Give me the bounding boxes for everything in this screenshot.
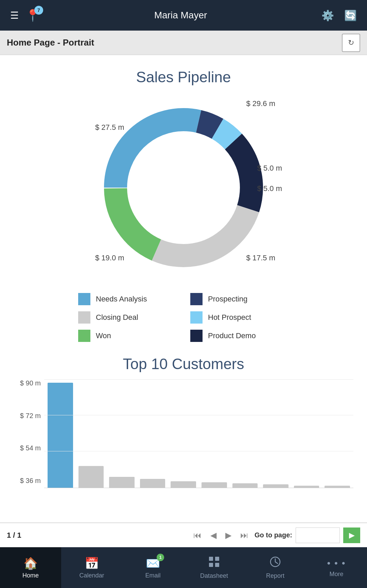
bar-10 [325, 486, 350, 488]
legend-item-product-demo: Product Demo [190, 330, 289, 342]
legend-label-needs-analysis: Needs Analysis [96, 295, 147, 304]
bar-9 [294, 486, 319, 488]
donut-chart-wrapper: $ 29.6 m $ 27.5 m $ 5.0 m $ 5.0 m $ 17.5… [31, 92, 336, 283]
header-right: ⚙️ 🔄 [321, 10, 357, 21]
legend-item-won: Won [78, 330, 177, 342]
last-page-button[interactable]: ⏭ [238, 529, 251, 541]
customers-title: Top 10 Customers [7, 356, 360, 373]
calendar-icon: 📅 [85, 556, 99, 570]
label-bottom-left: $ 19.0 m [95, 254, 124, 262]
nav-home-label: Home [22, 572, 39, 579]
legend-color-prospecting [190, 293, 203, 305]
main-content: Sales Pipeline [0, 55, 367, 522]
label-top-left: $ 27.5 m [95, 123, 124, 132]
nav-more[interactable]: • • • More [306, 547, 367, 588]
legend-item-prospecting: Prospecting [190, 293, 289, 305]
bar-6 [202, 482, 227, 488]
grid-line-1 [44, 379, 353, 380]
bar-7 [232, 483, 258, 488]
more-icon: • • • [327, 558, 346, 569]
notification-badge[interactable]: 📍 7 [25, 8, 40, 22]
svg-rect-3 [215, 563, 219, 567]
donut-chart-container: $ 29.6 m $ 27.5 m $ 5.0 m $ 5.0 m $ 17.5… [88, 92, 279, 283]
header-left: ☰ 📍 7 [10, 8, 40, 22]
bars-grid-area [44, 379, 353, 488]
bar-1 [48, 383, 73, 488]
legend-item-needs-analysis: Needs Analysis [78, 293, 177, 305]
y-label-54: $ 54 m [14, 444, 41, 452]
svg-rect-2 [209, 563, 213, 567]
nav-calendar[interactable]: 📅 Calendar [61, 547, 122, 588]
bar-chart-inner: $ 90 m $ 72 m $ 54 m $ 36 m [14, 379, 353, 488]
label-top-right: $ 29.6 m [246, 99, 275, 108]
bar-2 [78, 466, 104, 488]
email-badge-count: 1 [157, 554, 164, 561]
first-page-button[interactable]: ⏮ [191, 529, 204, 541]
report-icon [269, 556, 281, 570]
legend-color-hot-prospect [190, 311, 203, 324]
hamburger-icon[interactable]: ☰ [10, 10, 19, 21]
legend-color-needs-analysis [78, 293, 90, 305]
prev-page-button[interactable]: ◀ [208, 529, 219, 541]
bar-5 [171, 481, 196, 488]
nav-datasheet-label: Datasheet [200, 572, 228, 580]
svg-rect-1 [215, 557, 219, 561]
datasheet-icon [208, 556, 220, 570]
label-mid-right-1: $ 5.0 m [257, 164, 282, 173]
top-customers-section: Top 10 Customers $ 90 m $ 72 m $ 54 m $ … [0, 356, 367, 488]
chart-legend: Needs Analysis Prospecting Closing Deal … [65, 293, 302, 342]
legend-label-hot-prospect: Hot Prospect [208, 313, 251, 322]
top-header: ☰ 📍 7 Maria Mayer ⚙️ 🔄 [0, 0, 367, 31]
legend-color-closing-deal [78, 311, 90, 324]
nav-home[interactable]: 🏠 Home [0, 547, 61, 588]
legend-label-product-demo: Product Demo [208, 331, 256, 340]
bars-group [44, 379, 353, 488]
legend-item-hot-prospect: Hot Prospect [190, 311, 289, 324]
y-label-36: $ 36 m [14, 477, 41, 485]
grid-line-3 [44, 451, 353, 451]
page-title: Home Page - Portrait [7, 37, 94, 48]
page-title-bar: Home Page - Portrait ↻ [0, 31, 367, 55]
grid-line-2 [44, 415, 353, 415]
y-label-90: $ 90 m [14, 379, 41, 387]
label-bottom-right: $ 17.5 m [246, 254, 275, 262]
goto-input[interactable] [296, 528, 340, 543]
bar-4 [140, 479, 165, 488]
refresh-icon[interactable]: 🔄 [344, 10, 357, 21]
legend-item-closing-deal: Closing Deal [78, 311, 177, 324]
bar-8 [263, 484, 289, 488]
label-mid-right-2: $ 5.0 m [257, 184, 282, 193]
y-label-72: $ 72 m [14, 412, 41, 420]
nav-email-badge-wrapper: ✉️ 1 [146, 556, 160, 570]
legend-label-won: Won [96, 331, 111, 340]
legend-color-product-demo [190, 330, 203, 342]
legend-label-closing-deal: Closing Deal [96, 313, 138, 322]
legend-label-prospecting: Prospecting [208, 295, 247, 304]
nav-email[interactable]: ✉️ 1 Email [122, 547, 184, 588]
pagination-bar: 1 / 1 ⏮ ◀ ▶ ⏭ Go to page: ▶ [0, 523, 367, 547]
bar-3 [109, 477, 135, 488]
svg-rect-0 [209, 557, 213, 561]
y-axis: $ 90 m $ 72 m $ 54 m $ 36 m [14, 379, 44, 488]
nav-email-label: Email [145, 572, 160, 579]
page-info: 1 / 1 [7, 531, 21, 540]
goto-button[interactable]: ▶ [343, 528, 360, 543]
nav-datasheet[interactable]: Datasheet [184, 547, 245, 588]
nav-more-label: More [329, 571, 343, 578]
notification-count: 7 [34, 6, 43, 15]
nav-report[interactable]: Report [245, 547, 306, 588]
header-title: Maria Mayer [154, 10, 207, 21]
page-refresh-icon: ↻ [348, 38, 354, 47]
goto-label: Go to page: [255, 531, 292, 539]
next-page-button[interactable]: ▶ [223, 529, 234, 541]
nav-calendar-label: Calendar [79, 572, 104, 579]
legend-color-won [78, 330, 90, 342]
home-icon: 🏠 [23, 556, 38, 570]
nav-report-label: Report [266, 572, 284, 580]
bar-chart-container: $ 90 m $ 72 m $ 54 m $ 36 m [7, 379, 360, 488]
sales-pipeline-title: Sales Pipeline [0, 69, 367, 86]
goto-arrow-icon: ▶ [349, 531, 355, 540]
bottom-nav: 🏠 Home 📅 Calendar ✉️ 1 Email Datasheet [0, 547, 367, 588]
settings-icon[interactable]: ⚙️ [321, 10, 334, 21]
page-refresh-button[interactable]: ↻ [342, 34, 360, 52]
